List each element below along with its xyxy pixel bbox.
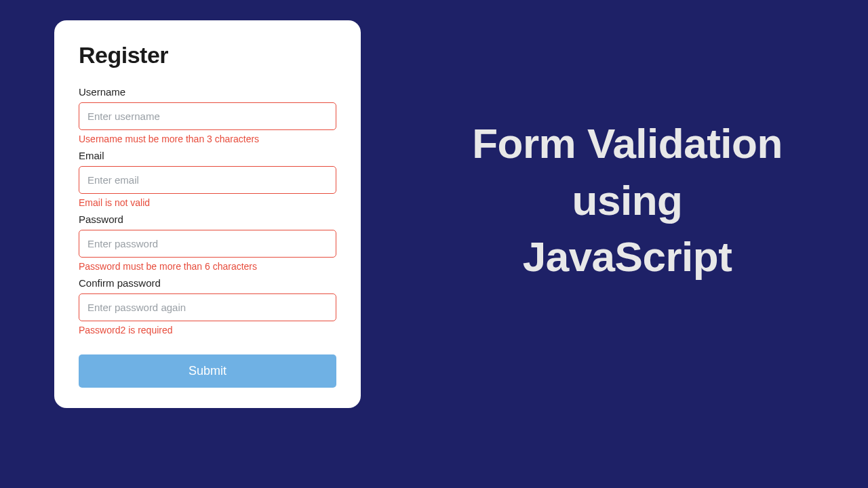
page-headline: Form Validation using JavaScript xyxy=(420,115,834,285)
headline-line-2: using xyxy=(420,172,834,229)
username-error: Username must be more than 3 characters xyxy=(79,134,336,144)
form-title: Register xyxy=(79,42,336,68)
email-label: Email xyxy=(79,150,336,161)
confirm-password-input[interactable] xyxy=(79,293,336,321)
email-input[interactable] xyxy=(79,166,336,194)
headline-line-3: JavaScript xyxy=(420,228,834,285)
email-error: Email is not valid xyxy=(79,197,336,208)
username-input[interactable] xyxy=(79,102,336,130)
username-field-group: Username Username must be more than 3 ch… xyxy=(79,86,336,144)
headline-line-1: Form Validation xyxy=(420,115,834,172)
confirm-password-error: Password2 is required xyxy=(79,325,336,336)
confirm-password-field-group: Confirm password Password2 is required xyxy=(79,277,336,336)
password-error: Password must be more than 6 characters xyxy=(79,261,336,272)
password-label: Password xyxy=(79,214,336,225)
email-field-group: Email Email is not valid xyxy=(79,150,336,208)
username-label: Username xyxy=(79,86,336,98)
register-form-card: Register Username Username must be more … xyxy=(54,20,361,408)
submit-button[interactable]: Submit xyxy=(79,354,336,388)
password-field-group: Password Password must be more than 6 ch… xyxy=(79,214,336,272)
confirm-password-label: Confirm password xyxy=(79,277,336,289)
password-input[interactable] xyxy=(79,230,336,258)
